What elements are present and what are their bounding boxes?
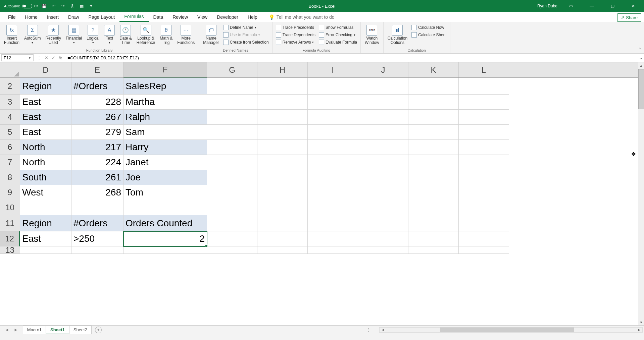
cell[interactable]: 224	[71, 155, 123, 170]
cell[interactable]: >250	[71, 231, 123, 246]
vertical-scrollbar[interactable]: ▲ ▼	[638, 62, 644, 325]
cell[interactable]	[358, 110, 408, 125]
column-headers[interactable]: DEFGHIJKL	[20, 62, 638, 78]
ribbon-display-icon[interactable]: ▭	[563, 0, 578, 12]
cell[interactable]	[308, 95, 358, 110]
sheet-tab-sheet2[interactable]: Sheet2	[69, 326, 92, 334]
tab-page-layout[interactable]: Page Layout	[84, 12, 120, 22]
add-sheet-button[interactable]: +	[95, 327, 102, 333]
column-header-H[interactable]: H	[257, 62, 308, 77]
hscroll-thumb[interactable]	[440, 328, 574, 332]
qat-customize-icon[interactable]: ▼	[88, 3, 95, 9]
row-header-4[interactable]: 4	[0, 110, 20, 125]
cell[interactable]	[123, 246, 207, 254]
cell[interactable]	[358, 78, 408, 95]
tab-view[interactable]: View	[193, 12, 212, 22]
column-header-G[interactable]: G	[207, 62, 257, 77]
cell[interactable]	[459, 170, 509, 185]
calculate-now-button[interactable]: Calculate Now	[410, 24, 448, 31]
maximize-icon[interactable]: ▢	[605, 0, 620, 12]
cell[interactable]	[257, 231, 308, 246]
define-name-button[interactable]: Define Name ▾	[222, 24, 270, 31]
cell[interactable]	[459, 246, 509, 254]
cell[interactable]	[207, 170, 257, 185]
cell[interactable]: 2	[123, 231, 207, 246]
cell[interactable]	[408, 140, 459, 155]
cell[interactable]	[257, 200, 308, 215]
calculate-sheet-button[interactable]: Calculate Sheet	[410, 32, 448, 38]
cell[interactable]	[358, 185, 408, 200]
trace-dependents-button[interactable]: Trace Dependents	[275, 32, 317, 38]
cell[interactable]: 261	[71, 170, 123, 185]
row-headers[interactable]: 2345678910111213	[0, 78, 20, 254]
cell[interactable]	[207, 246, 257, 254]
cell[interactable]	[308, 140, 358, 155]
chevron-down-icon[interactable]: ▼	[28, 56, 31, 60]
collapse-ribbon-icon[interactable]: ⌃	[638, 47, 641, 51]
create-from-selection-button[interactable]: Create from Selection	[222, 39, 270, 46]
cell[interactable]	[459, 185, 509, 200]
watch-window-button[interactable]: 👓Watch Window	[363, 23, 381, 46]
tab-data[interactable]: Data	[149, 12, 168, 22]
enter-formula-icon[interactable]: ✓	[52, 55, 55, 60]
spreadsheet-grid[interactable]: DEFGHIJKL 2345678910111213 Region#Orders…	[0, 62, 644, 325]
text-button[interactable]: AText▾	[102, 23, 117, 46]
sheet-tab-sheet1[interactable]: Sheet1	[46, 326, 69, 334]
cells-area[interactable]: Region#OrdersSalesRepEast228MarthaEast26…	[20, 78, 638, 325]
cell[interactable]: Sam	[123, 125, 207, 140]
cancel-formula-icon[interactable]: ✕	[45, 55, 48, 60]
cell[interactable]	[308, 231, 358, 246]
cell[interactable]	[308, 170, 358, 185]
cell[interactable]	[207, 185, 257, 200]
cell[interactable]: 268	[71, 185, 123, 200]
cell[interactable]	[257, 110, 308, 125]
row-header-2[interactable]: 2	[0, 78, 20, 95]
row-header-12[interactable]: 12	[0, 231, 20, 246]
cell[interactable]: East	[20, 95, 71, 110]
cell[interactable]	[408, 215, 459, 231]
trace-precedents-button[interactable]: Trace Precedents	[275, 24, 317, 31]
row-header-11[interactable]: 11	[0, 215, 20, 231]
cell[interactable]	[459, 155, 509, 170]
cell[interactable]: Region	[20, 215, 71, 231]
tab-help[interactable]: Help	[243, 12, 262, 22]
tell-me-search[interactable]: 💡 Tell me what you want to do	[265, 12, 338, 22]
cell[interactable]	[358, 170, 408, 185]
cell[interactable]	[207, 155, 257, 170]
row-header-13[interactable]: 13	[0, 246, 20, 254]
column-header-K[interactable]: K	[408, 62, 459, 77]
cell[interactable]	[308, 200, 358, 215]
cell[interactable]: 217	[71, 140, 123, 155]
cell[interactable]	[207, 140, 257, 155]
cell[interactable]	[408, 170, 459, 185]
cell[interactable]	[358, 215, 408, 231]
column-header-F[interactable]: F	[123, 62, 207, 77]
cell[interactable]: Tom	[123, 185, 207, 200]
cell[interactable]	[257, 78, 308, 95]
calculation-options-button[interactable]: 🖩Calculation Options	[386, 23, 409, 46]
cell[interactable]: Martha	[123, 95, 207, 110]
cell[interactable]	[408, 231, 459, 246]
cell[interactable]	[308, 125, 358, 140]
qat-btn-2[interactable]: ▦	[79, 3, 85, 9]
cell[interactable]	[20, 246, 71, 254]
name-manager-button[interactable]: 🏷Name Manager	[201, 23, 221, 46]
autosum-button[interactable]: ΣAutoSum▾	[22, 23, 43, 46]
cell[interactable]	[358, 140, 408, 155]
cell[interactable]: East	[20, 110, 71, 125]
tab-review[interactable]: Review	[168, 12, 193, 22]
tab-draw[interactable]: Draw	[63, 12, 84, 22]
cell[interactable]	[459, 95, 509, 110]
cell[interactable]: 279	[71, 125, 123, 140]
save-icon[interactable]: 💾	[41, 3, 48, 9]
scroll-down-icon[interactable]: ▼	[638, 319, 644, 325]
cell[interactable]: 228	[71, 95, 123, 110]
tab-insert[interactable]: Insert	[42, 12, 63, 22]
scroll-up-icon[interactable]: ▲	[638, 62, 644, 68]
row-header-10[interactable]: 10	[0, 200, 20, 215]
cell[interactable]	[358, 155, 408, 170]
cell[interactable]	[308, 185, 358, 200]
tab-formulas[interactable]: Formulas	[119, 12, 148, 22]
cell[interactable]	[257, 246, 308, 254]
cell[interactable]	[71, 200, 123, 215]
